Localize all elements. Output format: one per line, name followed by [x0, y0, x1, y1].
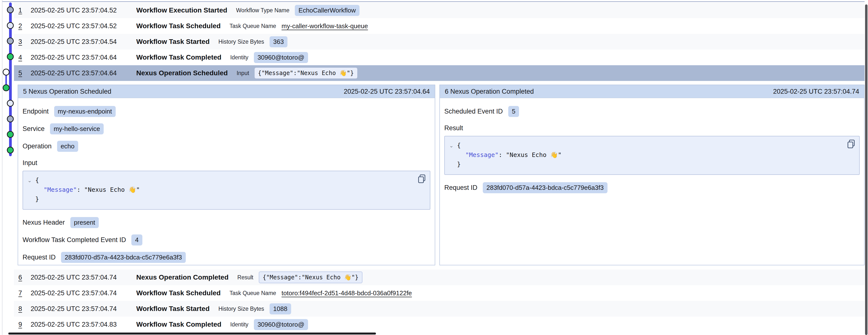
- timeline-node[interactable]: [7, 53, 14, 60]
- event-attr-label: History Size Bytes: [218, 38, 264, 45]
- event-row[interactable]: 92025-02-25 UTC 23:57:04.83Workflow Task…: [14, 316, 865, 332]
- detail-section-label: Result: [444, 124, 860, 132]
- payload-code-block: ⌄{"Message": "Nexus Echo 👋"}: [444, 136, 860, 175]
- event-id-link[interactable]: 3: [19, 38, 31, 46]
- event-id-link[interactable]: 4: [19, 54, 31, 61]
- timeline-node[interactable]: [3, 69, 9, 76]
- event-name: Nexus Operation Completed: [136, 274, 229, 281]
- timeline-node[interactable]: [7, 147, 14, 153]
- copy-icon: [417, 174, 426, 184]
- detail-label: Service: [23, 125, 44, 133]
- vertical-scrollbar-thumb[interactable]: [865, 4, 868, 335]
- copy-icon: [847, 139, 855, 149]
- detail-label: Nexus Header: [23, 219, 65, 226]
- event-row[interactable]: 82025-02-25 UTC 23:57:04.74Workflow Task…: [14, 301, 865, 316]
- event-row[interactable]: 62025-02-25 UTC 23:57:04.74Nexus Operati…: [14, 270, 865, 285]
- event-id-link[interactable]: 1: [19, 7, 31, 14]
- panel-title: 5 Nexus Operation Scheduled: [23, 88, 111, 95]
- horizontal-scrollbar-thumb[interactable]: [8, 333, 376, 335]
- payload-close-brace: }: [35, 195, 39, 202]
- event-attr-json-badge: {"Message":"Nexus Echo 👋"}: [255, 68, 357, 79]
- event-attr-label: Task Queue Name: [229, 23, 276, 29]
- payload-close-brace: }: [457, 161, 461, 168]
- payload-code-block: ⌄{"Message": "Nexus Echo 👋"}: [23, 171, 430, 210]
- timeline-node[interactable]: [7, 6, 14, 13]
- event-attr-badge: EchoCallerWorkflow: [295, 5, 360, 16]
- timeline-node[interactable]: [3, 84, 9, 91]
- event-row[interactable]: 12025-02-25 UTC 23:57:04.52Workflow Exec…: [14, 2, 865, 18]
- event-timestamp: 2025-02-25 UTC 23:57:04.54: [31, 38, 127, 46]
- event-row[interactable]: 52025-02-25 UTC 23:57:04.64Nexus Operati…: [14, 65, 865, 81]
- event-attr-label: Input: [237, 70, 249, 77]
- detail-badge: 283fd070-d57a-4423-bdca-c5c779e6a3f3: [61, 252, 186, 263]
- detail-label: Endpoint: [23, 108, 49, 115]
- payload-line: "Message": "Nexus Echo 👋": [449, 150, 855, 160]
- event-timestamp: 2025-02-25 UTC 23:57:04.64: [31, 69, 127, 77]
- collapse-chevron-icon[interactable]: ⌄: [27, 176, 33, 185]
- event-table-top: 12025-02-25 UTC 23:57:04.52Workflow Exec…: [14, 2, 865, 81]
- event-id-link[interactable]: 6: [19, 274, 31, 281]
- event-id-link[interactable]: 7: [19, 289, 31, 297]
- detail-row: Servicemy-hello-service: [23, 123, 430, 134]
- detail-badge: echo: [57, 141, 78, 152]
- panel-header: 6 Nexus Operation Completed2025-02-25 UT…: [440, 85, 864, 98]
- copy-button[interactable]: [417, 174, 426, 184]
- event-row[interactable]: 22025-02-25 UTC 23:57:04.52Workflow Task…: [14, 18, 865, 34]
- detail-label: Scheduled Event ID: [444, 108, 503, 115]
- payload-line: "Message": "Nexus Echo 👋": [27, 185, 426, 194]
- detail-label: Workflow Task Completed Event ID: [23, 236, 126, 244]
- panel-title: 6 Nexus Operation Completed: [445, 88, 534, 95]
- event-timestamp: 2025-02-25 UTC 23:57:04.64: [31, 54, 127, 61]
- payload-open-brace: {: [35, 176, 39, 184]
- detail-row: Operationecho: [23, 141, 430, 152]
- payload-line: }: [449, 160, 855, 169]
- detail-row: Workflow Task Completed Event ID4: [23, 234, 430, 246]
- event-name: Workflow Task Started: [136, 38, 210, 46]
- event-id-link[interactable]: 9: [19, 321, 31, 328]
- event-name: Workflow Task Scheduled: [136, 22, 221, 30]
- timeline-node[interactable]: [7, 115, 14, 122]
- copy-button[interactable]: [847, 139, 855, 149]
- payload-line: ⌄{: [449, 141, 855, 150]
- event-attr-badge: 363: [270, 36, 287, 47]
- event-timestamp: 2025-02-25 UTC 23:57:04.74: [31, 274, 127, 281]
- top-divider: [2, 1, 868, 2]
- detail-row: Endpointmy-nexus-endpoint: [23, 106, 430, 117]
- event-attr-label: Identity: [230, 54, 248, 61]
- event-attr-link[interactable]: totoro:f494fecf-2d51-4d48-bdcd-036a0f912…: [282, 289, 412, 297]
- detail-badge: 5: [508, 106, 519, 117]
- event-attr-link[interactable]: my-caller-workflow-task-queue: [282, 22, 368, 30]
- event-row[interactable]: 32025-02-25 UTC 23:57:04.54Workflow Task…: [14, 34, 865, 50]
- payload-value: : "Nexus Echo 👋": [77, 186, 140, 193]
- event-row[interactable]: 42025-02-25 UTC 23:57:04.64Workflow Task…: [14, 50, 865, 65]
- event-id-link[interactable]: 2: [19, 22, 31, 30]
- timeline-node[interactable]: [7, 22, 14, 29]
- panel-timestamp: 2025-02-25 UTC 23:57:04.74: [773, 88, 859, 95]
- payload-line: ⌄{: [27, 175, 426, 185]
- event-id-link[interactable]: 8: [19, 305, 31, 313]
- payload-line: }: [27, 194, 426, 204]
- detail-badge: present: [70, 217, 99, 228]
- panel-timestamp: 2025-02-25 UTC 23:57:04.64: [344, 88, 430, 95]
- detail-label: Request ID: [444, 184, 477, 192]
- event-detail-panel-scheduled: 5 Nexus Operation Scheduled2025-02-25 UT…: [18, 85, 435, 266]
- timeline-node[interactable]: [7, 131, 14, 138]
- event-detail-panels: 5 Nexus Operation Scheduled2025-02-25 UT…: [18, 85, 865, 266]
- event-name: Workflow Execution Started: [136, 6, 227, 14]
- event-attr-json-badge: {"Message":"Nexus Echo 👋"}: [259, 272, 363, 283]
- event-attr-label: Identity: [230, 321, 248, 328]
- detail-row: Request ID283fd070-d57a-4423-bdca-c5c779…: [23, 252, 430, 263]
- panel-header: 5 Nexus Operation Scheduled2025-02-25 UT…: [18, 85, 435, 98]
- event-attr-label: Task Queue Name: [229, 290, 276, 297]
- detail-row: Scheduled Event ID5: [444, 106, 860, 117]
- detail-label: Operation: [23, 142, 52, 150]
- detail-section-label: Input: [23, 159, 430, 167]
- event-row[interactable]: 72025-02-25 UTC 23:57:04.74Workflow Task…: [14, 285, 865, 301]
- event-id-link[interactable]: 5: [19, 69, 31, 77]
- timeline-node[interactable]: [7, 37, 14, 45]
- collapse-chevron-icon[interactable]: ⌄: [449, 141, 455, 150]
- event-attr-badge: 30960@totoro@: [254, 52, 308, 63]
- event-attr-label: Result: [238, 274, 253, 281]
- event-timestamp: 2025-02-25 UTC 23:57:04.74: [31, 289, 127, 297]
- timeline-node[interactable]: [7, 100, 14, 107]
